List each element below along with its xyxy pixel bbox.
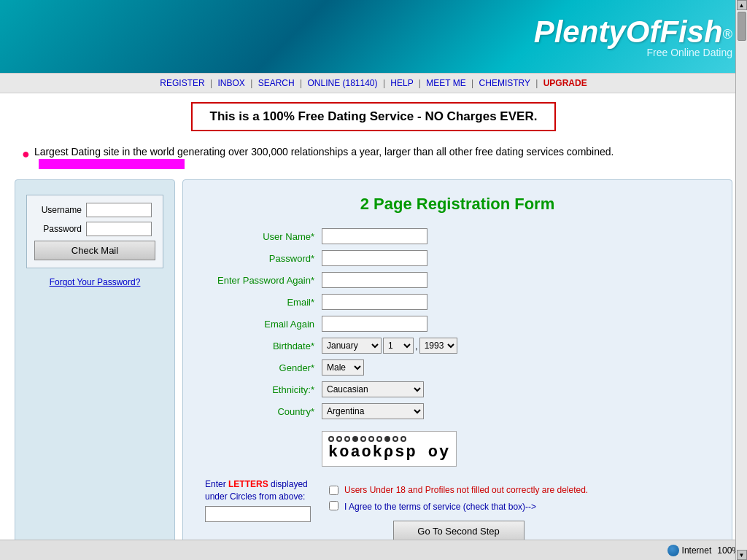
scrollbar[interactable]: ▲ ▼ — [735, 0, 747, 560]
username-input[interactable] — [86, 203, 152, 217]
gender-select-container: MaleFemale — [322, 359, 364, 376]
captcha-text: koaokρsp oy — [328, 443, 450, 462]
ethnicity-label: Ethnicity:* — [205, 384, 322, 395]
captcha-display: koaokρsp oy — [322, 425, 457, 472]
captcha-dot-6 — [368, 436, 374, 442]
username-field-label: User Name* — [205, 231, 322, 242]
country-label: Country* — [205, 406, 322, 417]
password-label: Password — [34, 224, 82, 234]
agree-row: Users Under 18 and Profiles not filled o… — [329, 484, 588, 497]
birthdate-selects: JanuaryFebruaryMarch AprilMayJune JulyAu… — [322, 338, 457, 354]
username-field-row: User Name* — [205, 228, 710, 244]
nav-bar: REGISTER | INBOX | SEARCH | ONLINE (1811… — [0, 73, 747, 93]
captcha-dot-8 — [384, 436, 390, 442]
reg-username-input[interactable] — [322, 228, 427, 244]
logo-reg: ® — [723, 27, 732, 42]
highlight-bar — [39, 159, 185, 169]
birthdate-day-select[interactable]: 12345 — [383, 338, 414, 354]
forgot-password-link[interactable]: Forgot Your Password? — [26, 277, 163, 287]
confirm-password-field-row: Enter Password Again* — [205, 272, 710, 288]
captcha-image: koaokρsp oy — [322, 431, 457, 467]
captcha-dot-3 — [344, 436, 350, 442]
password-input[interactable] — [86, 222, 152, 236]
registration-title: 2 Page Registration Form — [205, 195, 710, 214]
registration-form: User Name* Password* Enter Password Agai… — [205, 228, 710, 542]
nav-help[interactable]: HELP — [390, 78, 413, 88]
captcha-dot-9 — [392, 436, 398, 442]
globe-icon — [667, 545, 679, 556]
nav-search[interactable]: SEARCH — [258, 78, 295, 88]
agree-terms-text: I Agree to the terms of service (check t… — [344, 501, 536, 513]
email-field-label: Email* — [205, 297, 322, 308]
email-field-row: Email* — [205, 294, 710, 310]
reg-email-again-input[interactable] — [322, 316, 427, 332]
status-bar: Internet 100% — [0, 540, 747, 560]
header: PlentyOfFish® Free Online Dating — [0, 0, 747, 73]
scroll-down-arrow[interactable]: ▼ — [737, 550, 747, 560]
password-row: Password — [34, 222, 155, 236]
captcha-instruction-text: Enter LETTERS displayed under Circles fr… — [205, 478, 322, 503]
reg-email-input[interactable] — [322, 294, 427, 310]
agree-terms-row: I Agree to the terms of service (check t… — [329, 501, 588, 513]
nav-upgrade[interactable]: UPGRADE — [543, 78, 587, 88]
registration-panel: 2 Page Registration Form User Name* Pass… — [182, 179, 732, 560]
go-second-step-button[interactable]: Go To Second Step — [393, 521, 525, 542]
bullet-icon: ● — [22, 147, 30, 162]
password-field-row: Password* — [205, 250, 710, 266]
reg-password-input[interactable] — [322, 250, 427, 266]
login-form-box: Username Password Check Mail — [26, 195, 163, 268]
captcha-dot-2 — [336, 436, 342, 442]
nav-register[interactable]: REGISTER — [160, 78, 204, 88]
nav-meet-me[interactable]: MEET ME — [426, 78, 465, 88]
country-field-row: Country* ArgentinaUnited StatesCanadaAus… — [205, 403, 710, 419]
password-field-label: Password* — [205, 253, 322, 264]
promo-box: This is a 100% Free Dating Service - NO … — [191, 102, 557, 131]
username-label: Username — [34, 205, 82, 215]
logo-text: PlentyOfFish — [534, 15, 723, 49]
internet-label: Internet — [682, 545, 712, 556]
captcha-dot-4 — [352, 436, 358, 442]
tagline-row: ● Largest Dating site in the world gener… — [0, 140, 747, 172]
captcha-dot-7 — [376, 436, 382, 442]
ethnicity-select[interactable]: CaucasianHispanicBlackAsianOther — [322, 381, 424, 397]
gender-select[interactable]: MaleFemale — [322, 359, 364, 376]
captcha-dot-1 — [328, 436, 334, 442]
birthdate-field-row: Birthdate* JanuaryFebruaryMarch AprilMay… — [205, 338, 710, 354]
scroll-up-arrow[interactable]: ▲ — [737, 0, 747, 10]
confirm-password-label: Enter Password Again* — [205, 275, 322, 286]
promo-banner: This is a 100% Free Dating Service - NO … — [118, 102, 629, 131]
country-select[interactable]: ArgentinaUnited StatesCanadaAustralia — [322, 403, 424, 419]
left-panel: Username Password Check Mail Forgot Your… — [15, 179, 175, 560]
email-again-label: Email Again — [205, 319, 322, 330]
logo-container: PlentyOfFish® Free Online Dating — [534, 15, 732, 58]
check-mail-button[interactable]: Check Mail — [34, 241, 155, 260]
nav-online[interactable]: ONLINE (181140) — [307, 78, 377, 88]
captcha-input-row: Enter LETTERS displayed under Circles fr… — [205, 478, 710, 542]
captcha-dots-row — [328, 436, 450, 442]
captcha-dot-10 — [400, 436, 406, 442]
main-content: Username Password Check Mail Forgot Your… — [15, 179, 732, 560]
scroll-thumb[interactable] — [738, 12, 746, 41]
captcha-row: koaokρsp oy — [205, 425, 710, 472]
birthdate-month-select[interactable]: JanuaryFebruaryMarch AprilMayJune JulyAu… — [322, 338, 382, 354]
terms-checkbox[interactable] — [329, 501, 338, 510]
captcha-dot-5 — [360, 436, 366, 442]
agree-section: Users Under 18 and Profiles not filled o… — [329, 478, 588, 542]
agree-text: Users Under 18 and Profiles not filled o… — [344, 484, 588, 497]
ethnicity-field-row: Ethnicity:* CaucasianHispanicBlackAsianO… — [205, 381, 710, 397]
email-again-field-row: Email Again — [205, 316, 710, 332]
status-right: Internet 100% — [667, 545, 740, 556]
nav-inbox[interactable]: INBOX — [218, 78, 245, 88]
gender-field-row: Gender* MaleFemale — [205, 359, 710, 376]
birthdate-year-select[interactable]: 199319901985 — [419, 338, 457, 354]
reg-confirm-input[interactable] — [322, 272, 427, 288]
captcha-input-field[interactable] — [205, 506, 311, 522]
internet-status: Internet — [667, 545, 712, 556]
tagline-text: Largest Dating site in the world generat… — [34, 146, 725, 169]
birthdate-label: Birthdate* — [205, 341, 322, 351]
gender-label: Gender* — [205, 362, 322, 373]
agree-checkbox[interactable] — [329, 486, 338, 495]
nav-chemistry[interactable]: CHEMISTRY — [479, 78, 530, 88]
username-row: Username — [34, 203, 155, 217]
promo-text: This is a 100% Free Dating Service - NO … — [210, 109, 538, 123]
